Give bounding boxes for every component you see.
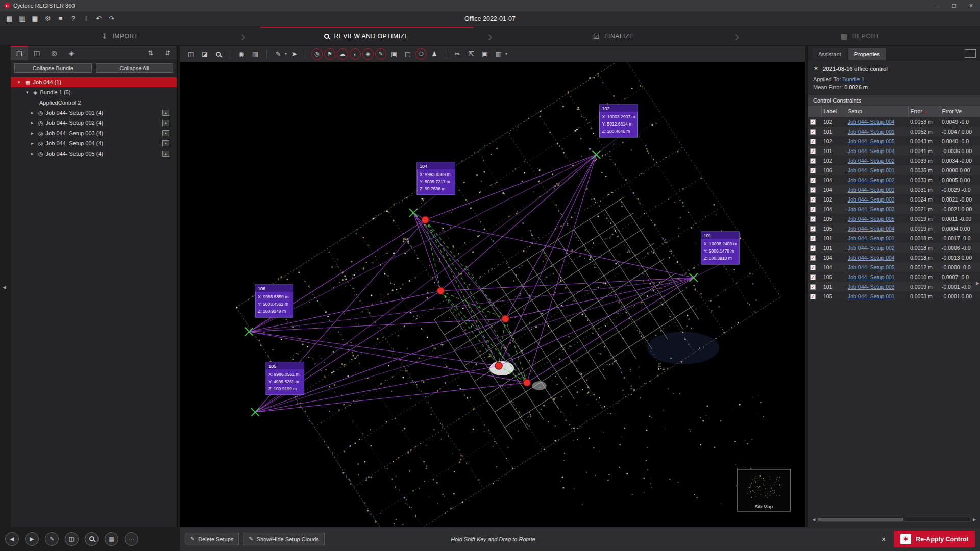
- constraint-row[interactable]: ✓105Job 044- Setup 0040.0019 m0.0004 0.0…: [808, 223, 980, 233]
- constraint-row[interactable]: ✓104Job 044- Setup 0040.0018 m-0.0013 0.…: [808, 253, 980, 262]
- constraint-row[interactable]: ✓102Job 044- Setup 0040.0053 m0.0049 -0.…: [808, 117, 980, 127]
- help-icon[interactable]: ?: [67, 13, 80, 24]
- tree-job-row[interactable]: ▾ ▦ Job 044 (1): [11, 77, 177, 87]
- info-icon[interactable]: i: [80, 13, 92, 24]
- delete-setups-button[interactable]: ✎ Delete Setups: [185, 533, 239, 545]
- constraint-row[interactable]: ✓101Job 044- Setup 0010.0052 m-0.0047 0.…: [808, 127, 980, 136]
- setup-link[interactable]: Job 044- Setup 003: [848, 206, 895, 212]
- setup-node-3[interactable]: [502, 315, 509, 322]
- scrollbar-thumb[interactable]: [818, 518, 903, 521]
- constraint-row[interactable]: ✓101Job 044- Setup 0040.0041 m-0.0036 0.…: [808, 146, 980, 156]
- dropdown-caret-icon[interactable]: ▾: [285, 52, 287, 56]
- constraint-row[interactable]: ✓102Job 044- Setup 0020.0039 m0.0034 -0.…: [808, 156, 980, 165]
- constraint-row[interactable]: ✓105Job 044- Setup 0050.0019 m0.0011 -0.…: [808, 214, 980, 223]
- tree-applied-control-row[interactable]: AppliedControl 2: [11, 97, 177, 108]
- constraint-checkbox[interactable]: ✓: [810, 236, 816, 241]
- show-hide-setup-clouds-button[interactable]: ✎ Show/Hide Setup Clouds: [243, 533, 325, 545]
- constraint-checkbox[interactable]: ✓: [810, 178, 816, 183]
- add-sketch-icon[interactable]: ✎: [375, 48, 386, 60]
- tab-properties[interactable]: Properties: [848, 48, 886, 60]
- sort-descending-icon[interactable]: ⇵: [159, 46, 177, 60]
- constraint-checkbox[interactable]: ✓: [810, 207, 816, 212]
- snapshot-icon[interactable]: ▣: [479, 48, 491, 60]
- setup-link[interactable]: Job 044- Setup 004: [848, 148, 895, 154]
- add-tag-icon[interactable]: ⚑: [324, 48, 335, 60]
- tree-setup-row[interactable]: ▸◎Job 044- Setup 001 (4)▲: [11, 108, 177, 118]
- save-project-icon[interactable]: ▦: [29, 13, 41, 24]
- constraint-checkbox[interactable]: ✓: [810, 187, 816, 193]
- constraint-row[interactable]: ✓102Job 044- Setup 0050.0043 m0.0040 -0.…: [808, 136, 980, 146]
- zoom-window-icon[interactable]: [212, 48, 225, 60]
- tab-project-explorer[interactable]: ▤: [11, 46, 28, 60]
- constraint-checkbox[interactable]: ✓: [810, 158, 816, 164]
- setup-link[interactable]: Job 044- Setup 005: [848, 264, 895, 270]
- setup-link[interactable]: Job 044- Setup 001: [848, 187, 895, 193]
- new-project-icon[interactable]: ▥: [16, 13, 29, 24]
- tab-assistant[interactable]: Assistant: [812, 48, 847, 60]
- reapply-control-button[interactable]: ✶ Re-Apply Control: [894, 531, 975, 547]
- workflow-step-review-and-optimize[interactable]: REVIEW AND OPTIMIZE: [247, 27, 487, 45]
- setup-thumbnail-icon[interactable]: ▲: [162, 140, 169, 146]
- constraint-checkbox[interactable]: ✓: [810, 294, 816, 299]
- constraint-checkbox[interactable]: ✓: [810, 245, 816, 251]
- constraint-row[interactable]: ✓102Job 044- Setup 0030.0024 m0.0021 -0.…: [808, 194, 980, 204]
- constraint-row[interactable]: ✓104Job 044- Setup 0050.0012 m-0.0000 -0…: [808, 262, 980, 272]
- add-sphere-icon[interactable]: ◐: [350, 48, 361, 60]
- redo-icon[interactable]: ↷: [105, 13, 118, 24]
- setup-link[interactable]: Job 044- Setup 005: [848, 138, 895, 144]
- collapse-all-button[interactable]: Collapse All: [96, 63, 174, 73]
- constraint-row[interactable]: ✓104Job 044- Setup 0010.0031 m-0.0029 -0…: [808, 185, 980, 194]
- open-project-icon[interactable]: ▤: [3, 13, 16, 24]
- constraint-checkbox[interactable]: ✓: [810, 226, 816, 232]
- constraint-checkbox[interactable]: ✓: [810, 119, 816, 125]
- setup-node-1[interactable]: [422, 216, 429, 223]
- find-button[interactable]: [85, 532, 99, 546]
- copy-view-icon[interactable]: ◫: [185, 48, 197, 60]
- setup-link[interactable]: Job 044- Setup 005: [848, 216, 895, 222]
- collapse-panel-icon[interactable]: ▶: [976, 281, 979, 286]
- sitemap-minimap[interactable]: SiteMap: [737, 469, 791, 511]
- add-person-icon[interactable]: ♟: [428, 48, 440, 60]
- paste-view-icon[interactable]: ◪: [199, 48, 211, 60]
- close-button[interactable]: ×: [969, 2, 973, 9]
- measure-icon[interactable]: ✎: [272, 48, 284, 60]
- setup-link[interactable]: Job 044- Setup 001: [848, 129, 895, 135]
- setup-link[interactable]: Job 044- Setup 004: [848, 119, 895, 125]
- tab-web-map[interactable]: ◎: [45, 46, 63, 60]
- add-location-icon[interactable]: ❍: [415, 48, 427, 60]
- tree-setup-row[interactable]: ▸◎Job 044- Setup 002 (4)▲: [11, 118, 177, 128]
- settings-gear-icon[interactable]: ⚙: [41, 13, 54, 24]
- tree-setup-row[interactable]: ▸◎Job 044- Setup 005 (4)▲: [11, 148, 177, 159]
- setup-node-5[interactable]: [523, 379, 530, 386]
- fit-view-icon[interactable]: ⇱: [465, 48, 477, 60]
- tree-bundle-row[interactable]: ▾ ◈ Bundle 1 (5): [11, 87, 177, 97]
- minimize-button[interactable]: –: [936, 2, 939, 9]
- constraint-checkbox[interactable]: ✓: [810, 274, 816, 280]
- add-mesh-icon[interactable]: ◈: [362, 48, 374, 60]
- setup-thumbnail-icon[interactable]: ▲: [162, 130, 169, 136]
- constraint-checkbox[interactable]: ✓: [810, 265, 816, 270]
- more-options-button[interactable]: ⋯: [125, 532, 138, 546]
- setup-link[interactable]: Job 044- Setup 004: [848, 226, 895, 232]
- constraint-row[interactable]: ✓105Job 044- Setup 0010.0003 m-0.0001 0.…: [808, 291, 980, 301]
- applied-to-link[interactable]: Bundle 1: [842, 76, 864, 82]
- storage-list-icon[interactable]: ≡: [54, 13, 67, 24]
- constraint-row[interactable]: ✓101Job 044- Setup 0020.0018 m-0.0006 -0…: [808, 243, 980, 253]
- setup-link[interactable]: Job 044- Setup 003: [848, 284, 895, 290]
- setup-link[interactable]: Job 044- Setup 002: [848, 158, 895, 164]
- expand-caret-icon[interactable]: ▾: [18, 80, 22, 85]
- setup-link[interactable]: Job 044- Setup 002: [848, 177, 895, 183]
- constraint-checkbox[interactable]: ✓: [810, 216, 816, 222]
- add-cloud-icon[interactable]: ☁: [337, 48, 348, 60]
- expand-caret-icon[interactable]: ▸: [31, 131, 36, 136]
- collapse-sidebar-icon[interactable]: ◀: [3, 285, 6, 290]
- column-error-ve[interactable]: Error Ve: [940, 106, 980, 117]
- tree-setup-row[interactable]: ▸◎Job 044- Setup 004 (4)▲: [11, 138, 177, 148]
- constraint-row[interactable]: ✓104Job 044- Setup 0030.0021 m-0.0021 0.…: [808, 204, 980, 214]
- scroll-left-icon[interactable]: ◀: [811, 517, 816, 522]
- control-label-104[interactable]: 104X: 9993.8369 mY: 5009.7217 mZ: 99.763…: [417, 162, 455, 195]
- maximize-button[interactable]: □: [952, 2, 956, 9]
- setup-thumbnail-icon[interactable]: ▲: [162, 151, 169, 157]
- viewport-3d[interactable]: 102X: 10003.2907 mY: 5012.6614 mZ: 100.4…: [180, 62, 805, 527]
- control-label-102[interactable]: 102X: 10003.2907 mY: 5012.6614 mZ: 100.4…: [599, 105, 637, 137]
